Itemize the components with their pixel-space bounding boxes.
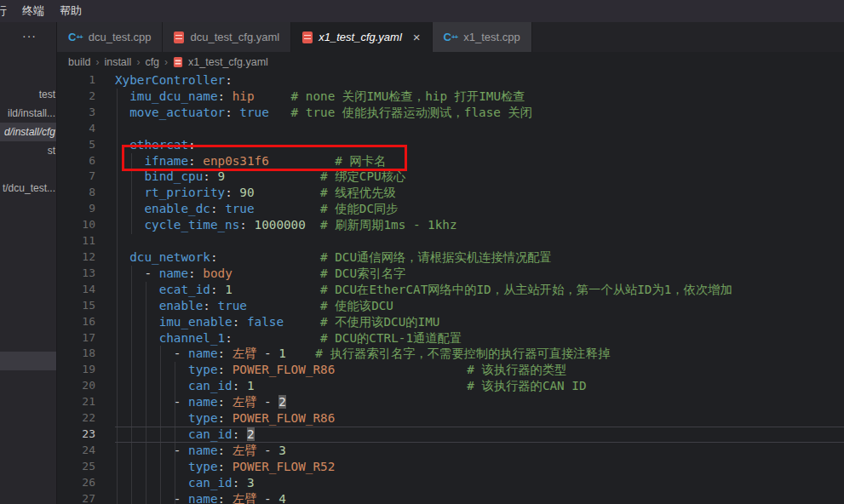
code-line-9: 9 enable_dc: true # 使能DC同步 bbox=[57, 201, 844, 217]
code-text: XyberController: bbox=[115, 72, 233, 89]
line-number[interactable]: 1 bbox=[57, 72, 115, 89]
line-number[interactable]: 8 bbox=[57, 185, 115, 201]
tab-bar: C++dcu_test.cppdcu_test_cfg.yamlx1_test_… bbox=[57, 22, 844, 52]
line-number[interactable]: 23 bbox=[57, 427, 115, 443]
line-number[interactable]: 27 bbox=[57, 491, 115, 504]
code-line-1: 1XyberController: bbox=[57, 72, 844, 89]
breadcrumb: build›install›cfg›x1_test_cfg.yaml bbox=[57, 52, 844, 72]
line-number[interactable]: 12 bbox=[57, 249, 115, 266]
code-line-16: 16 imu_enable: false # 不使用该DCU的IMU bbox=[57, 314, 844, 330]
tab-dcu_test.cpp[interactable]: C++dcu_test.cpp bbox=[57, 22, 163, 52]
line-number[interactable]: 17 bbox=[57, 330, 115, 346]
line-number[interactable]: 9 bbox=[57, 201, 115, 217]
yaml-file-icon bbox=[174, 32, 184, 43]
code-text: cycle_time_ns: 1000000 # 刷新周期1ms - 1khz bbox=[115, 217, 457, 233]
line-number[interactable]: 14 bbox=[57, 282, 115, 298]
menu-item-终端[interactable]: 终端 bbox=[14, 0, 52, 22]
breadcrumb-file[interactable]: x1_test_cfg.yaml bbox=[188, 56, 268, 68]
line-number[interactable]: 11 bbox=[57, 233, 115, 249]
code-text: rt_priority: 90 # 线程优先级 bbox=[115, 185, 396, 201]
sidebar-list: testild/install...d/install/cfgstt/dcu_t… bbox=[0, 85, 57, 198]
code-line-25: 25 type: POWER_FLOW_R52 bbox=[57, 459, 844, 475]
tab-close-icon[interactable]: × bbox=[413, 30, 421, 44]
breadcrumb-separator-icon: › bbox=[136, 56, 140, 68]
code-text: enable: true # 使能该DCU bbox=[115, 298, 393, 314]
menu-item-run[interactable]: 行 bbox=[0, 0, 14, 22]
sidebar-selection-band[interactable] bbox=[0, 352, 57, 370]
code-text: imu_dcu_name: hip # none 关闭IMU检查，hip 打开I… bbox=[115, 89, 525, 105]
breadcrumb-separator-icon: › bbox=[95, 56, 99, 68]
code-text: can_id: 1 # 该执行器的CAN ID bbox=[115, 378, 587, 394]
more-actions-button[interactable]: ··· bbox=[22, 29, 37, 43]
line-number[interactable]: 18 bbox=[57, 346, 115, 362]
code-text: can_id: 2 bbox=[115, 427, 255, 443]
breadcrumb-segment[interactable]: cfg bbox=[145, 56, 159, 68]
sidebar-list-item[interactable]: ild/install... bbox=[0, 104, 57, 123]
code-line-27: 27 - name: 左臂 - 4 bbox=[57, 491, 844, 504]
line-number[interactable]: 24 bbox=[57, 443, 115, 459]
code-text: can_id: 3 bbox=[115, 475, 255, 491]
code-editor[interactable]: 1XyberController:2 imu_dcu_name: hip # n… bbox=[57, 72, 844, 504]
line-number[interactable]: 4 bbox=[57, 121, 115, 137]
code-line-19: 19 type: POWER_FLOW_R86 # 该执行器的类型 bbox=[57, 362, 844, 378]
line-number[interactable]: 2 bbox=[57, 89, 115, 105]
yaml-file-icon bbox=[174, 57, 182, 67]
menu-item-帮助[interactable]: 帮助 bbox=[52, 0, 89, 22]
tab-label: dcu_test_cfg.yaml bbox=[190, 31, 279, 43]
code-text: move_actuator: true # true 使能执行器运动测试，fla… bbox=[115, 105, 532, 121]
code-text: ethercat: bbox=[115, 137, 196, 153]
sidebar-list-item[interactable]: t/dcu_test... bbox=[0, 179, 57, 198]
line-number[interactable]: 22 bbox=[57, 410, 115, 427]
line-number[interactable]: 26 bbox=[57, 475, 115, 491]
tab-x1_test.cpp[interactable]: C++x1_test.cpp bbox=[433, 22, 532, 52]
code-line-18: 18 - name: 左臂 - 1 # 执行器索引名字，不需要控制的执行器可直接… bbox=[57, 346, 844, 362]
breadcrumb-segment[interactable]: build bbox=[68, 56, 90, 68]
code-text: ecat_id: 1 # DCU在EtherCAT网络中的ID，从主站开始，第一… bbox=[115, 282, 732, 298]
tab-label: x1_test.cpp bbox=[463, 31, 520, 43]
tab-x1_test_cfg.yaml[interactable]: x1_test_cfg.yaml× bbox=[291, 22, 432, 52]
code-text: - name: body # DCU索引名字 bbox=[115, 266, 405, 282]
breadcrumb-separator-icon: › bbox=[164, 56, 168, 68]
code-line-7: 7 bind_cpu: 9 # 绑定CPU核心 bbox=[57, 169, 844, 185]
line-number[interactable]: 3 bbox=[57, 105, 115, 121]
line-number[interactable]: 20 bbox=[57, 378, 115, 394]
line-number[interactable]: 13 bbox=[57, 266, 115, 282]
code-text: ifname: enp0s31f6 # 网卡名 bbox=[115, 153, 386, 169]
sidebar-list-item[interactable]: st bbox=[0, 141, 57, 160]
line-number[interactable]: 25 bbox=[57, 459, 115, 475]
line-number[interactable]: 21 bbox=[57, 394, 115, 410]
code-line-26: 26 can_id: 3 bbox=[57, 475, 844, 491]
line-number[interactable]: 15 bbox=[57, 298, 115, 314]
code-text: - name: 左臂 - 2 bbox=[115, 394, 286, 410]
line-number[interactable]: 19 bbox=[57, 362, 115, 378]
breadcrumb-segment[interactable]: install bbox=[104, 56, 131, 68]
code-text: - name: 左臂 - 3 bbox=[115, 443, 286, 459]
line-number[interactable]: 6 bbox=[57, 153, 115, 169]
line-number[interactable]: 16 bbox=[57, 314, 115, 330]
code-line-20: 20 can_id: 1 # 该执行器的CAN ID bbox=[57, 378, 844, 394]
line-number[interactable]: 10 bbox=[57, 217, 115, 233]
yaml-file-icon bbox=[302, 32, 313, 43]
code-text: enable_dc: true # 使能DC同步 bbox=[115, 201, 399, 217]
line-number[interactable]: 7 bbox=[57, 169, 115, 185]
sidebar-list-item[interactable]: d/install/cfg bbox=[0, 123, 57, 141]
sidebar-list-item[interactable]: test bbox=[0, 85, 57, 104]
code-line-2: 2 imu_dcu_name: hip # none 关闭IMU检查，hip 打… bbox=[57, 89, 844, 105]
cpp-file-icon: C++ bbox=[68, 31, 83, 43]
tab-label: dcu_test.cpp bbox=[89, 31, 152, 43]
code-line-24: 24 - name: 左臂 - 3 bbox=[57, 443, 844, 459]
code-line-17: 17 channel_1: # DCU的CTRL-1通道配置 bbox=[57, 330, 844, 346]
code-line-12: 12 dcu_network: # DCU通信网络，请根据实机连接情况配置 bbox=[57, 249, 844, 266]
code-line-23: 23 can_id: 2 bbox=[57, 427, 844, 443]
code-line-15: 15 enable: true # 使能该DCU bbox=[57, 298, 844, 314]
code-text: type: POWER_FLOW_R52 bbox=[115, 459, 335, 475]
code-line-14: 14 ecat_id: 1 # DCU在EtherCAT网络中的ID，从主站开始… bbox=[57, 282, 844, 298]
code-text: - name: 左臂 - 4 bbox=[115, 491, 286, 504]
cpp-file-icon: C++ bbox=[444, 31, 458, 43]
tab-dcu_test_cfg.yaml[interactable]: dcu_test_cfg.yaml bbox=[163, 22, 291, 52]
line-number[interactable]: 5 bbox=[57, 137, 115, 153]
code-line-22: 22 type: POWER_FLOW_R86 bbox=[57, 410, 844, 427]
code-line-5: 5 ethercat: bbox=[57, 137, 844, 153]
code-line-21: 21 - name: 左臂 - 2 bbox=[57, 394, 844, 410]
tab-label: x1_test_cfg.yaml bbox=[319, 31, 402, 43]
